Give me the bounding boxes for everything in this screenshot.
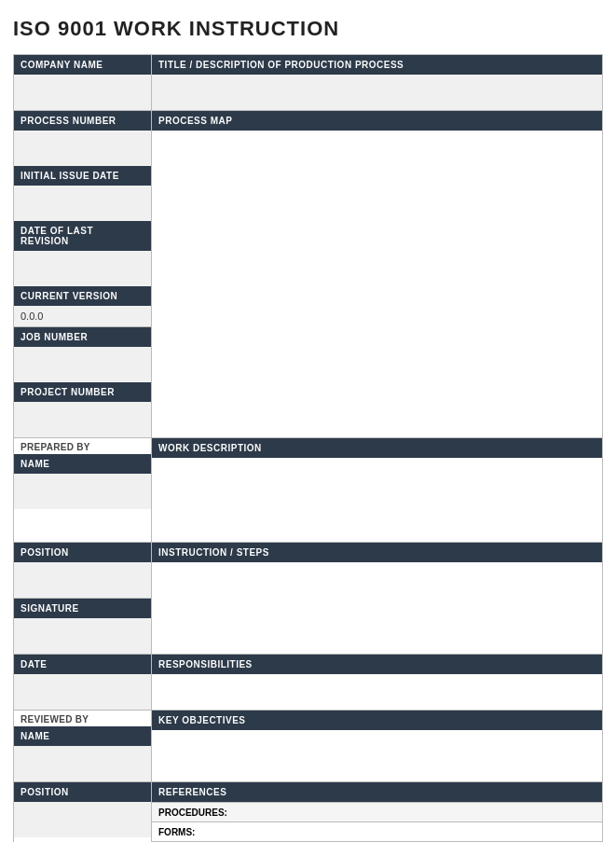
date-value-1[interactable]	[14, 674, 151, 710]
date-last-revision-value[interactable]	[14, 251, 151, 286]
position-header-2: POSITION	[14, 782, 151, 802]
work-description-value[interactable]	[152, 458, 602, 542]
process-number-header: PROCESS NUMBER	[14, 111, 151, 131]
position-header-1: POSITION	[14, 543, 151, 562]
responsibilities-value[interactable]	[152, 674, 602, 710]
date-header-1: DATE	[14, 655, 151, 674]
current-version-header: CURRENT VERSION	[14, 286, 151, 306]
signature-value-1[interactable]	[14, 618, 151, 654]
key-objectives-value[interactable]	[152, 730, 602, 766]
forms-label: FORMS:	[158, 827, 195, 837]
job-number-header: JOB NUMBER	[14, 327, 151, 347]
reviewed-by-label: REVIEWED BY	[14, 711, 151, 726]
instruction-steps-value[interactable]	[152, 562, 602, 646]
name-header-2: NAME	[14, 726, 151, 746]
title-desc-header: TITLE / DESCRIPTION OF PRODUCTION PROCES…	[152, 55, 602, 75]
initial-issue-date-value[interactable]	[14, 186, 151, 221]
project-number-value[interactable]	[14, 402, 151, 437]
job-number-value[interactable]	[14, 347, 151, 382]
page-title: ISO 9001 WORK INSTRUCTION	[13, 17, 603, 41]
process-number-value[interactable]	[14, 131, 151, 166]
references-header: REFERENCES	[152, 782, 602, 802]
date-last-revision-header: DATE OF LAST REVISION	[14, 221, 151, 251]
work-description-header: WORK DESCRIPTION	[152, 438, 602, 458]
forms-row[interactable]: FORMS:	[152, 821, 602, 841]
procedures-label: PROCEDURES:	[158, 807, 227, 818]
prepared-by-label: PREPARED BY	[14, 438, 151, 454]
title-desc-value[interactable]	[152, 75, 602, 110]
project-number-header: PROJECT NUMBER	[14, 382, 151, 402]
process-map-value[interactable]	[152, 131, 602, 280]
name-value-1[interactable]	[14, 474, 151, 509]
responsibilities-header: RESPONSIBILITIES	[152, 655, 602, 674]
instruction-steps-header: INSTRUCTION / STEPS	[152, 543, 602, 562]
position-value-2[interactable]	[14, 802, 151, 837]
process-map-header: PROCESS MAP	[152, 111, 602, 131]
signature-header-1: SIGNATURE	[14, 599, 151, 618]
company-name-value[interactable]	[14, 75, 151, 110]
name-value-2[interactable]	[14, 746, 151, 781]
initial-issue-date-header: INITIAL ISSUE DATE	[14, 166, 151, 186]
position-value-1[interactable]	[14, 562, 151, 598]
current-version-value[interactable]: 0.0.0	[14, 306, 151, 326]
procedures-row[interactable]: PROCEDURES:	[152, 802, 602, 821]
company-name-header: COMPANY NAME	[14, 55, 151, 75]
key-objectives-header: KEY OBJECTIVES	[152, 711, 602, 730]
name-header-1: NAME	[14, 454, 151, 474]
